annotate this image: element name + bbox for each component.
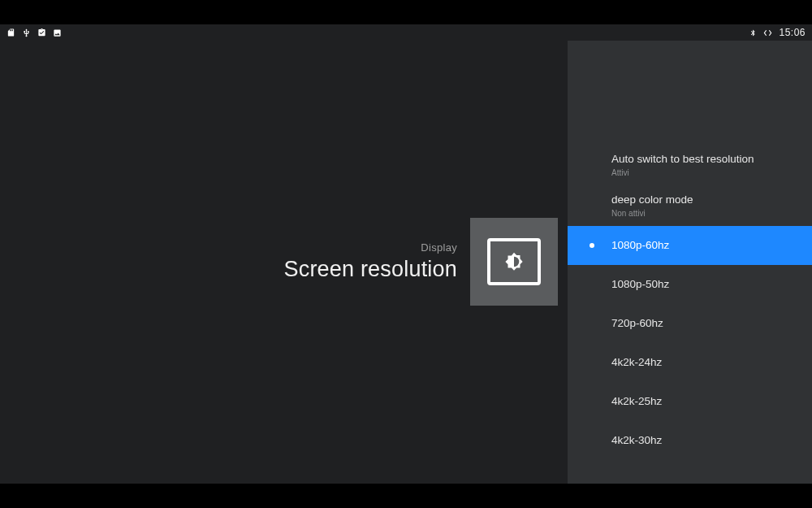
hero-category: Display bbox=[283, 241, 457, 254]
sd-card-icon bbox=[6, 28, 15, 37]
usb-icon bbox=[22, 28, 31, 38]
status-clock: 15:06 bbox=[779, 27, 806, 38]
display-tile-icon bbox=[470, 218, 558, 306]
resolution-option[interactable]: 4k2k-30hz bbox=[568, 421, 812, 460]
letterbox-bottom bbox=[0, 484, 812, 508]
resolution-label: 720p-60hz bbox=[611, 317, 663, 330]
ethernet-icon bbox=[762, 28, 773, 37]
screen: 15:06 Display Screen resolution bbox=[0, 24, 812, 484]
option-status: Attivi bbox=[611, 168, 629, 177]
status-right-icons: 15:06 bbox=[749, 27, 806, 38]
option-auto-switch[interactable]: Auto switch to best resolution Attivi bbox=[568, 145, 812, 185]
resolution-option[interactable]: 1080p-60hz bbox=[568, 226, 812, 265]
resolution-label: 1080p-50hz bbox=[611, 278, 669, 291]
resolution-option[interactable]: 1080p-50hz bbox=[568, 265, 812, 304]
status-left-icons bbox=[6, 28, 62, 38]
image-icon bbox=[53, 28, 62, 37]
resolution-option[interactable]: 4k2k-24hz bbox=[568, 343, 812, 382]
page-title: Screen resolution bbox=[283, 257, 457, 282]
hero-block: Display Screen resolution bbox=[283, 218, 558, 306]
resolution-option[interactable]: 720p-60hz bbox=[568, 304, 812, 343]
option-status: Non attivi bbox=[611, 209, 646, 218]
status-bar: 15:06 bbox=[0, 24, 812, 41]
option-label: deep color mode bbox=[611, 193, 693, 206]
radio-selected-icon bbox=[590, 243, 594, 248]
option-deep-color[interactable]: deep color mode Non attivi bbox=[568, 185, 812, 226]
bluetooth-icon bbox=[749, 28, 757, 38]
resolution-label: 4k2k-30hz bbox=[611, 434, 662, 447]
clipboard-check-icon bbox=[37, 28, 46, 37]
brightness-icon bbox=[502, 250, 526, 274]
resolution-label: 1080p-60hz bbox=[611, 239, 669, 252]
options-pane: Auto switch to best resolution Attivi de… bbox=[568, 41, 812, 484]
resolution-label: 4k2k-25hz bbox=[611, 395, 662, 408]
resolution-label: 4k2k-24hz bbox=[611, 356, 662, 369]
left-pane: Display Screen resolution bbox=[0, 41, 568, 484]
letterbox-top bbox=[0, 0, 812, 24]
option-label: Auto switch to best resolution bbox=[611, 153, 754, 166]
resolution-option[interactable]: 4k2k-25hz bbox=[568, 382, 812, 421]
content-area: Display Screen resolution Auto switch to… bbox=[0, 41, 812, 484]
